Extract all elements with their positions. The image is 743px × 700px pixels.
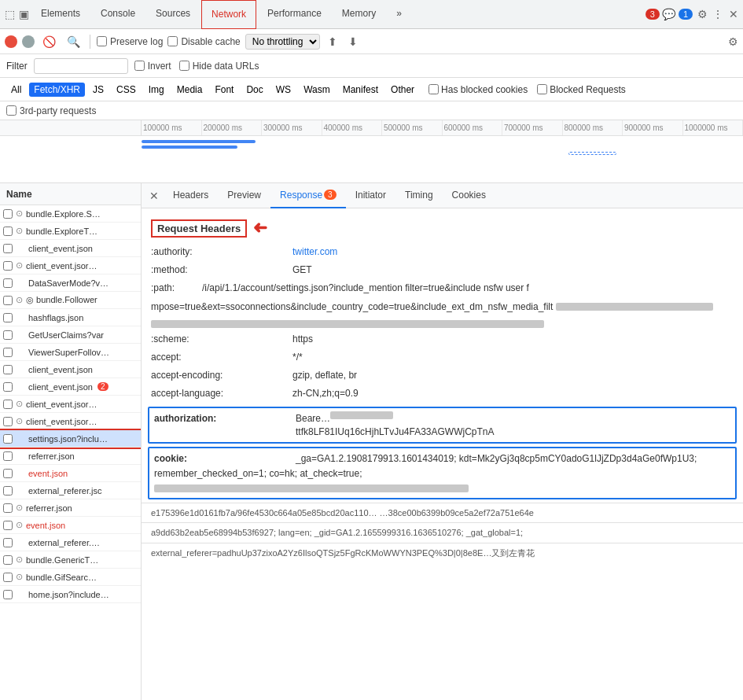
tab-response[interactable]: Response 3 [270, 183, 346, 208]
type-wasm[interactable]: Wasm [299, 83, 335, 97]
list-item[interactable]: DataSaverMode?v… [0, 274, 141, 292]
type-ws[interactable]: WS [271, 83, 296, 97]
type-img[interactable]: Img [144, 83, 169, 97]
file-checkbox[interactable] [3, 555, 13, 565]
type-media[interactable]: Media [172, 83, 208, 97]
settings-icon[interactable]: ⚙ [696, 8, 708, 20]
file-checkbox[interactable] [3, 469, 13, 478]
device-icon[interactable]: ▣ [17, 8, 30, 20]
tab-sources[interactable]: Sources [146, 0, 200, 29]
close-icon[interactable]: ✕ [727, 8, 740, 20]
file-checkbox[interactable] [3, 590, 13, 599]
type-manifest[interactable]: Manifest [338, 83, 383, 97]
type-all[interactable]: All [6, 83, 26, 97]
preserve-log-label[interactable]: Preserve log [97, 36, 163, 47]
tab-console[interactable]: Console [91, 0, 145, 29]
file-checkbox[interactable] [3, 417, 13, 426]
third-party-label[interactable]: 3rd-party requests [6, 105, 96, 116]
file-checkbox[interactable] [3, 209, 13, 219]
list-item[interactable]: client_event.json [0, 361, 141, 378]
file-checkbox[interactable] [3, 434, 13, 444]
clear-icon[interactable]: 🚫 [39, 34, 59, 50]
list-item[interactable]: ⊙ bundle.GenericT… [0, 551, 141, 569]
stop-button[interactable] [22, 35, 35, 48]
list-item[interactable]: client_event.json [0, 240, 141, 257]
gear-icon[interactable]: ⚙ [728, 35, 738, 48]
download-icon[interactable]: ⬇ [345, 34, 361, 50]
inspect-icon[interactable]: ⬚ [3, 8, 16, 20]
file-checkbox[interactable] [3, 365, 13, 374]
disable-cache-checkbox[interactable] [167, 36, 178, 46]
third-party-checkbox[interactable] [6, 105, 17, 116]
type-js[interactable]: JS [88, 83, 109, 97]
tab-timing[interactable]: Timing [395, 183, 443, 208]
more-icon[interactable]: ⋮ [712, 8, 724, 20]
file-checkbox[interactable] [3, 261, 13, 271]
search-icon[interactable]: 🔍 [64, 34, 83, 50]
file-checkbox[interactable] [3, 503, 13, 513]
file-checkbox[interactable] [3, 330, 13, 340]
hide-data-urls-checkbox[interactable] [179, 61, 189, 71]
list-item-event-1[interactable]: event.json [0, 465, 141, 482]
list-item[interactable]: referrer.json [0, 448, 141, 465]
filter-input[interactable] [34, 58, 128, 74]
file-checkbox[interactable] [3, 227, 13, 236]
list-item[interactable]: home.json?include… [0, 586, 141, 603]
list-item[interactable]: client_event.json 2 [0, 378, 141, 396]
list-item[interactable]: ⊙ bundle.Explore.S… [0, 205, 141, 223]
file-checkbox[interactable] [3, 486, 13, 496]
list-item[interactable]: ⊙ client_event.jsor… [0, 396, 141, 413]
disable-cache-label[interactable]: Disable cache [167, 36, 240, 47]
list-item[interactable]: GetUserClaims?var [0, 326, 141, 344]
list-item-event-2[interactable]: ⊙ event.json [0, 517, 141, 534]
tab-network[interactable]: Network [201, 0, 256, 29]
list-item[interactable]: ⊙ client_event.jsor… [0, 413, 141, 430]
list-item[interactable]: ⊙ referrer.json [0, 499, 141, 517]
file-checkbox[interactable] [3, 382, 13, 392]
type-css[interactable]: CSS [112, 83, 141, 97]
list-item[interactable]: ViewerSuperFollov… [0, 344, 141, 361]
file-checkbox[interactable] [3, 244, 13, 253]
type-doc[interactable]: Doc [241, 83, 267, 97]
close-panel-button[interactable]: ✕ [145, 188, 164, 204]
has-blocked-cookies-checkbox[interactable] [429, 84, 439, 94]
list-item[interactable]: hashflags.json [0, 309, 141, 326]
invert-checkbox[interactable] [134, 61, 145, 71]
type-other[interactable]: Other [386, 83, 419, 97]
list-item[interactable]: ⊙ client_event.jsor… [0, 257, 141, 274]
type-font[interactable]: Font [210, 83, 238, 97]
list-item[interactable]: ⊙ ◎ bundle.Follower [0, 292, 141, 309]
hide-data-urls-label[interactable]: Hide data URLs [179, 61, 259, 72]
list-item[interactable]: ⊙ bundle.GifSearc… [0, 569, 141, 586]
list-item-settings[interactable]: settings.json?inclu… [0, 430, 141, 448]
file-checkbox[interactable] [3, 573, 13, 582]
tab-initiator[interactable]: Initiator [346, 183, 395, 208]
tab-preview[interactable]: Preview [218, 183, 270, 208]
file-checkbox[interactable] [3, 400, 13, 409]
list-item[interactable]: external_referer.… [0, 534, 141, 551]
list-item[interactable]: ⊙ bundle.ExploreT… [0, 223, 141, 240]
throttle-select[interactable]: No throttling [245, 34, 320, 50]
file-checkbox[interactable] [3, 521, 13, 530]
file-checkbox[interactable] [3, 296, 13, 305]
file-checkbox[interactable] [3, 348, 13, 357]
file-checkbox[interactable] [3, 313, 13, 322]
tab-performance[interactable]: Performance [258, 0, 331, 29]
type-fetch-xhr[interactable]: Fetch/XHR [29, 83, 85, 97]
tab-elements[interactable]: Elements [31, 0, 90, 29]
list-item[interactable]: external_referer.jsc [0, 482, 141, 499]
tab-headers[interactable]: Headers [164, 183, 218, 208]
blocked-requests-label[interactable]: Blocked Requests [537, 84, 626, 95]
file-checkbox[interactable] [3, 538, 13, 547]
preserve-log-checkbox[interactable] [97, 36, 107, 46]
record-button[interactable] [5, 35, 17, 48]
tab-cookies[interactable]: Cookies [443, 183, 495, 208]
tab-memory[interactable]: Memory [333, 0, 385, 29]
upload-icon[interactable]: ⬆ [325, 34, 340, 50]
file-checkbox[interactable] [3, 451, 13, 461]
invert-label[interactable]: Invert [134, 61, 171, 72]
file-checkbox[interactable] [3, 278, 13, 288]
has-blocked-cookies-label[interactable]: Has blocked cookies [429, 84, 528, 95]
blocked-requests-checkbox[interactable] [537, 84, 547, 94]
tab-more[interactable]: » [387, 0, 411, 29]
